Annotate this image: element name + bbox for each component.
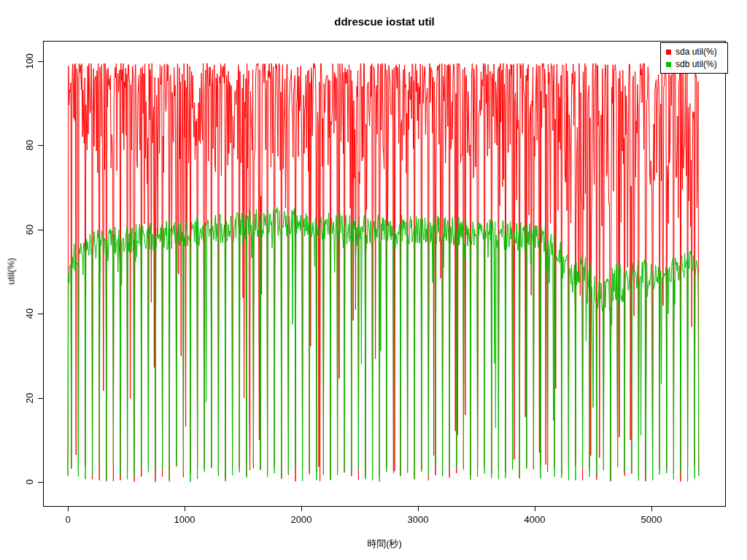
plot-canvas — [0, 0, 747, 560]
y-tick-label: 100 — [24, 53, 35, 69]
sdb-series-swatch-icon — [666, 62, 671, 67]
chart-figure: ddrescue iostat util util(%) 時間(秒) 01000… — [0, 0, 747, 560]
legend: sda util(%) sdb util(%) — [660, 42, 728, 74]
legend-item-sdb: sdb util(%) — [666, 59, 723, 69]
y-tick-label: 20 — [24, 392, 35, 402]
x-tick-label: 4000 — [525, 514, 546, 525]
x-tick-label: 3000 — [408, 514, 429, 525]
y-tick-label: 0 — [24, 479, 35, 484]
legend-label-sda: sda util(%) — [676, 47, 717, 57]
x-axis-label: 時間(秒) — [43, 537, 726, 551]
x-tick-label: 2000 — [291, 514, 312, 525]
y-tick-label: 40 — [24, 308, 35, 319]
sda-series-swatch-icon — [666, 50, 671, 55]
x-tick-label: 0 — [65, 514, 70, 525]
x-tick-label: 1000 — [174, 514, 196, 525]
legend-item-sda: sda util(%) — [666, 47, 723, 57]
y-tick-label: 60 — [24, 225, 35, 235]
y-tick-label: 80 — [24, 140, 35, 150]
chart-title: ddrescue iostat util — [43, 15, 726, 28]
y-axis-label: util(%) — [6, 258, 17, 285]
legend-label-sdb: sdb util(%) — [676, 59, 717, 69]
x-tick-label: 5000 — [641, 514, 662, 525]
